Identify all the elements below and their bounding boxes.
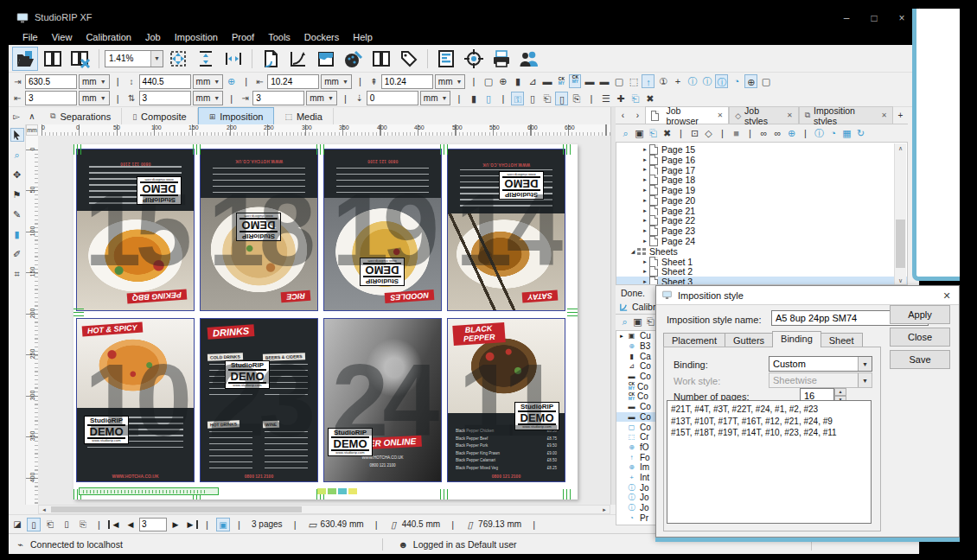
tag-icon[interactable]: ◇	[702, 126, 715, 140]
tab-placement[interactable]: Placement	[663, 333, 725, 347]
scroll-up-icon[interactable]: ∧	[895, 143, 906, 153]
tabs-scroll-left-icon[interactable]: ‹	[616, 108, 630, 124]
bleed-unit[interactable]: mm▼	[306, 91, 337, 105]
canvas-hscrollbar[interactable]: ◂ ▸	[38, 505, 610, 514]
page-fold-icon[interactable]: ⎗	[540, 92, 553, 105]
annotate-tool-icon[interactable]: ✎	[10, 207, 24, 221]
imposed-page-24[interactable]: ORDER ONLINE WWW.HOTCHA.CO.UK 0800 121 2…	[323, 318, 442, 482]
print-icon[interactable]	[488, 47, 514, 71]
menu-calibration[interactable]: Calibration	[79, 32, 138, 42]
close-job-icon[interactable]	[67, 47, 93, 71]
ckmy-colorbar2-icon[interactable]: CKMY	[569, 74, 581, 88]
lock-icon[interactable]: ⊕	[225, 74, 238, 88]
minimize-button[interactable]: –	[834, 10, 859, 27]
add-docker-icon[interactable]: +	[893, 108, 908, 124]
ink-bar-icon[interactable]: ▮	[511, 74, 524, 88]
edit-sheet-icon[interactable]: ◪	[10, 518, 24, 531]
new-page-icon[interactable]	[258, 47, 284, 71]
menu-proof[interactable]: Proof	[225, 32, 261, 42]
close-icon[interactable]: ✕	[881, 111, 887, 119]
dash2-icon[interactable]: ▬	[583, 74, 596, 88]
add-folder-icon[interactable]: ▣	[631, 315, 644, 328]
scroll-thumb[interactable]	[896, 220, 905, 268]
dash3-icon[interactable]: ▬	[597, 74, 610, 88]
tab-sheet[interactable]: Sheet	[821, 333, 863, 347]
close-icon[interactable]: ✕	[787, 111, 793, 119]
select-tool-icon[interactable]	[10, 128, 24, 142]
tree-item-page24[interactable]: ►Page 24	[641, 236, 907, 246]
sheet-preview[interactable]: PEKING BBQ 0800 121 2100 StudioRIPDEMOww…	[73, 144, 578, 500]
tab-job-browser[interactable]: Job browser✕	[645, 106, 729, 124]
unlink-icon[interactable]: ∞	[771, 126, 784, 140]
crop-tool-icon[interactable]: ⌗	[10, 267, 24, 281]
tree-item-page20[interactable]: ►Page 20	[641, 195, 907, 206]
fit-page-icon[interactable]	[165, 47, 191, 71]
measure-tool-icon[interactable]: ⚑	[10, 188, 24, 201]
tree-item-page15[interactable]: ►Page 15	[641, 144, 907, 155]
chevron-down-icon[interactable]: ▼	[150, 51, 163, 67]
fit-width-icon[interactable]	[220, 47, 246, 71]
page-view-icon[interactable]: ▯	[27, 518, 41, 531]
crosshair-icon[interactable]: +	[671, 74, 684, 88]
delete-icon[interactable]: ✖	[643, 92, 656, 105]
media-fill-icon[interactable]	[313, 47, 339, 71]
info-icon[interactable]: ⓘ	[813, 126, 826, 140]
imposed-page-18[interactable]: RICE WWW.HOTCHA.CO.UK StudioRIPDEMOwww.s…	[200, 149, 318, 311]
link-icon[interactable]: ∞	[757, 126, 770, 140]
list-icon[interactable]: ☰	[599, 92, 612, 105]
close-icon[interactable]: ✕	[717, 111, 723, 119]
tree-item-page23[interactable]: ►Page 23	[641, 226, 907, 236]
tab-media[interactable]: ⬚Media	[274, 108, 333, 124]
menu-view[interactable]: View	[45, 32, 80, 42]
proof-drop-icon[interactable]: ◔	[827, 126, 840, 140]
tree-item-sheets[interactable]: ◢Sheets	[629, 246, 907, 257]
menu-file[interactable]: File	[16, 32, 45, 42]
binding-sequence-textarea[interactable]: #21T, #4T, #3T, #22T, #24, #1, #2, #23 #…	[667, 400, 872, 524]
collapse-toolbar-icon[interactable]: ∧	[24, 109, 40, 124]
preview-icon[interactable]: ▦	[840, 126, 853, 140]
sheet-view-icon[interactable]: ▯	[60, 518, 73, 531]
insert-page-icon[interactable]: ⎗	[629, 92, 642, 105]
zoom-tool-icon[interactable]: ⌕	[10, 148, 24, 162]
tree-scrollbar[interactable]: ∧ ∨	[894, 143, 906, 285]
imposed-page-14[interactable]: SATAY WWW.HOTCHA.CO.UK StudioRIPDEMOwww.…	[447, 149, 565, 311]
tab-gutters[interactable]: Gutters	[725, 333, 773, 347]
zoom-level-combo[interactable]: 1.41% ▼	[105, 50, 163, 67]
page-blue-icon[interactable]: ▯	[482, 92, 495, 105]
density-icon[interactable]: ⊿	[526, 74, 539, 88]
delete-icon[interactable]: ✖	[661, 126, 674, 140]
dash-icon[interactable]: ▬	[540, 74, 553, 88]
tabs-scroll-right-icon[interactable]: ›	[630, 108, 645, 124]
sheet-width-field[interactable]: 630.5	[25, 74, 77, 89]
fit-height-icon[interactable]	[193, 47, 219, 71]
info3-icon[interactable]: ⓘ	[715, 74, 728, 88]
tab-composite[interactable]: ▯Composite	[122, 108, 198, 124]
margin-top-unit[interactable]: mm▼	[435, 74, 466, 89]
tree-item-page19[interactable]: ►Page 19	[641, 185, 907, 195]
page-plain-icon[interactable]: ▯	[526, 92, 539, 105]
imposed-page-11[interactable]: BLACK PEPPER Black Pepper Chicken£8.50 B…	[447, 318, 565, 482]
spread-view-icon[interactable]: ⎗	[43, 518, 57, 531]
dock-icon[interactable]: ⊡	[688, 126, 701, 140]
menu-tools[interactable]: Tools	[261, 32, 297, 42]
scroll-left-icon[interactable]: ◂	[39, 506, 49, 513]
register-marks-icon[interactable]: ⊕	[496, 74, 509, 88]
ckmy-colorbar-icon[interactable]: CKMY	[555, 77, 567, 86]
rerip-icon[interactable]: ↻	[854, 126, 867, 140]
tree-item-page22[interactable]: ►Page 22	[641, 216, 907, 226]
gutter-h-unit[interactable]: mm▼	[79, 91, 110, 105]
bleed-field[interactable]: 3	[252, 91, 304, 105]
menu-imposition[interactable]: Imposition	[168, 32, 225, 42]
pan-tool-icon[interactable]: ✥	[10, 168, 24, 181]
first-page-icon[interactable]: ◀	[108, 520, 122, 529]
imposed-page-19[interactable]: NOODLES 0800 121 2100 StudioRIPDEMOwww.s…	[323, 149, 442, 311]
dialog-close-icon[interactable]: ✕	[940, 289, 954, 302]
tab-job-styles[interactable]: ◇Job styles✕	[729, 106, 799, 124]
sheet-height-field[interactable]: 440.5	[139, 74, 191, 89]
picker-tool-icon[interactable]: ✐	[10, 247, 24, 261]
scroll-down-icon[interactable]: ∨	[895, 276, 906, 285]
tab-separations[interactable]: ⧉Separations	[40, 108, 122, 124]
add-page-icon[interactable]: ⎗	[647, 126, 660, 140]
marks-frame-icon[interactable]: ▢	[482, 74, 495, 88]
info2-icon[interactable]: ⓘ	[700, 74, 713, 88]
